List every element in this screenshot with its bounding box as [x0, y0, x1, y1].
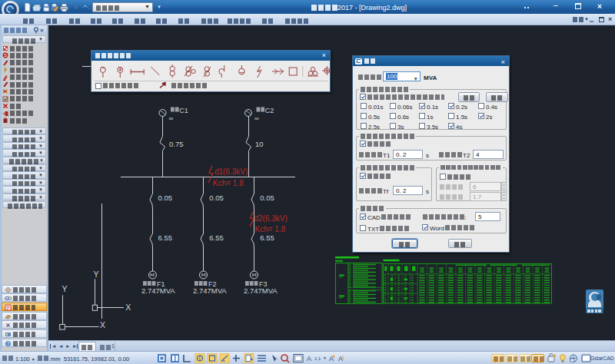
svg-text:6.55: 6.55 — [260, 233, 274, 242]
svg-text:C2: C2 — [265, 107, 274, 114]
svg-text:0.05: 0.05 — [209, 194, 224, 202]
svg-text:6.55: 6.55 — [158, 233, 173, 242]
svg-text:Kch= 1.8: Kch= 1.8 — [255, 225, 286, 233]
svg-text:d2(6.3kV): d2(6.3kV) — [254, 214, 288, 223]
svg-text:10: 10 — [255, 140, 264, 148]
svg-text:0.75: 0.75 — [169, 140, 184, 148]
svg-text:1:1: 1:1 — [314, 356, 321, 361]
svg-text:0.05: 0.05 — [260, 194, 274, 202]
svg-text:2.747MVA: 2.747MVA — [141, 286, 175, 295]
svg-text:Y: Y — [94, 270, 99, 279]
svg-text:C1: C1 — [179, 107, 188, 114]
svg-text:0.05: 0.05 — [158, 194, 173, 202]
svg-text:∞: ∞ — [254, 115, 259, 122]
svg-text:∞: ∞ — [169, 115, 174, 122]
svg-text:Y: Y — [62, 284, 68, 293]
svg-text:2.747MVA: 2.747MVA — [244, 286, 278, 295]
svg-text:?: ? — [7, 341, 10, 346]
svg-text:S: S — [4, 54, 7, 58]
svg-text:A: A — [307, 355, 311, 362]
svg-text:X: X — [125, 303, 131, 312]
svg-text:2.747MVA: 2.747MVA — [193, 286, 227, 295]
svg-text:Kch= 1.8: Kch= 1.8 — [213, 179, 244, 187]
svg-text:X: X — [100, 320, 105, 329]
svg-text:6.55: 6.55 — [209, 233, 224, 242]
svg-text:GstarCAD: GstarCAD — [590, 356, 614, 361]
svg-text:d1(6.3kV): d1(6.3kV) — [214, 167, 248, 176]
svg-text:▼: ▼ — [323, 356, 327, 360]
